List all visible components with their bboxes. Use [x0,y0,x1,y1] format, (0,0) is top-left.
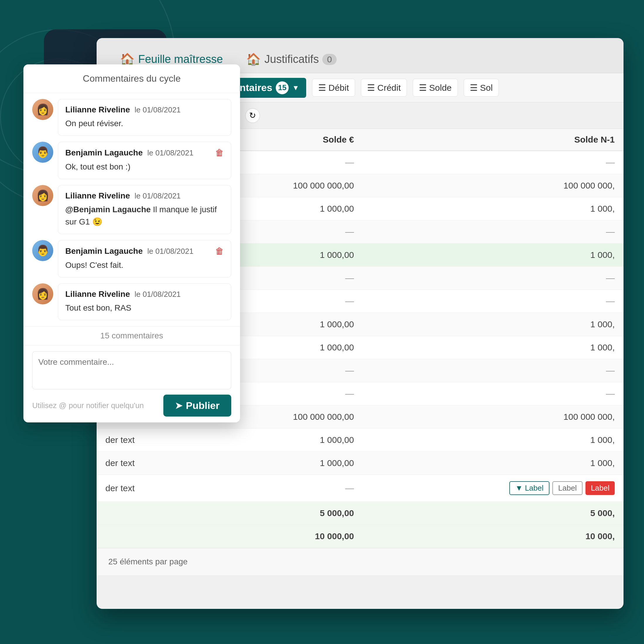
comment-bubble: Lilianne Riveline le 01/08/2021On peut r… [58,99,231,136]
comment-row: 👩Lilianne Riveline le 01/08/2021Tout est… [32,283,231,320]
publish-button[interactable]: ➤ Publier [163,395,231,417]
avatar-face: 👨 [36,244,49,257]
comments-count: 15 commentaires [23,326,240,345]
comment-header: Benjamin Lagauche le 01/08/2021🗑 [65,246,224,256]
avatar: 👨 [32,142,53,163]
comment-date: le 01/08/2021 [135,105,181,114]
comment-input-area: Utilisez @ pour notifier quelqu'un ➤ Pub… [23,345,240,422]
comment-date: le 01/08/2021 [135,191,181,200]
comment-text: Oups! C'est fait. [65,259,224,271]
comment-row: 👩Lilianne Riveline le 01/08/2021On peut … [32,99,231,136]
comment-author: Benjamin Lagauche le 01/08/2021 [65,148,193,157]
comment-date: le 01/08/2021 [147,247,193,256]
comment-footer: Utilisez @ pour notifier quelqu'un ➤ Pub… [32,395,231,417]
comment-author: Benjamin Lagauche le 01/08/2021 [65,246,193,256]
comment-header: Lilianne Riveline le 01/08/2021 [65,191,224,201]
comment-textarea[interactable] [32,351,231,389]
comment-row: Benjamin Lagauche le 01/08/2021🗑Ok, tout… [32,142,231,179]
avatar: 👩 [32,185,53,206]
comment-bubble: Benjamin Lagauche le 01/08/2021🗑Oups! C'… [58,240,231,278]
modal-overlay: Commentaires du cycle 👩Lilianne Riveline… [0,0,644,644]
comment-text: Ok, tout est bon :) [65,161,224,173]
comments-list: 👩Lilianne Riveline le 01/08/2021On peut … [23,93,240,326]
avatar-face: 👩 [36,288,49,300]
comment-text: @Benjamin Lagauche Il manque le justif s… [65,203,224,228]
comment-date: le 01/08/2021 [135,290,181,299]
mention: @Benjamin Lagauche [65,205,151,214]
comment-author: Lilianne Riveline le 01/08/2021 [65,290,181,299]
avatar: 👩 [32,283,53,304]
comment-row: 👩Lilianne Riveline le 01/08/2021@Benjami… [32,185,231,234]
comment-date: le 01/08/2021 [147,148,193,157]
publish-label: Publier [186,400,220,411]
comment-header: Benjamin Lagauche le 01/08/2021🗑 [65,148,224,158]
avatar: 👨 [32,240,53,261]
comment-row: Benjamin Lagauche le 01/08/2021🗑Oups! C'… [32,240,231,278]
avatar-face: 👩 [36,103,49,116]
comment-bubble: Lilianne Riveline le 01/08/2021Tout est … [58,283,231,320]
delete-comment-button[interactable]: 🗑 [215,148,224,158]
delete-comment-button[interactable]: 🗑 [215,246,224,256]
comment-header: Lilianne Riveline le 01/08/2021 [65,290,224,299]
modal-title: Commentaires du cycle [23,64,240,93]
comment-text: On peut réviser. [65,117,224,130]
hint-text: Utilisez @ pour notifier quelqu'un [32,401,144,410]
avatar-face: 👨 [36,146,49,158]
comment-author: Lilianne Riveline le 01/08/2021 [65,105,181,114]
comment-text: Tout est bon, RAS [65,302,224,314]
comment-header: Lilianne Riveline le 01/08/2021 [65,105,224,114]
send-icon: ➤ [175,400,182,411]
comment-author: Lilianne Riveline le 01/08/2021 [65,191,181,201]
comments-modal: Commentaires du cycle 👩Lilianne Riveline… [23,64,240,422]
comment-bubble: Lilianne Riveline le 01/08/2021@Benjamin… [58,185,231,234]
avatar: 👩 [32,99,53,120]
avatar-face: 👩 [36,189,49,202]
comment-bubble: Benjamin Lagauche le 01/08/2021🗑Ok, tout… [58,142,231,179]
